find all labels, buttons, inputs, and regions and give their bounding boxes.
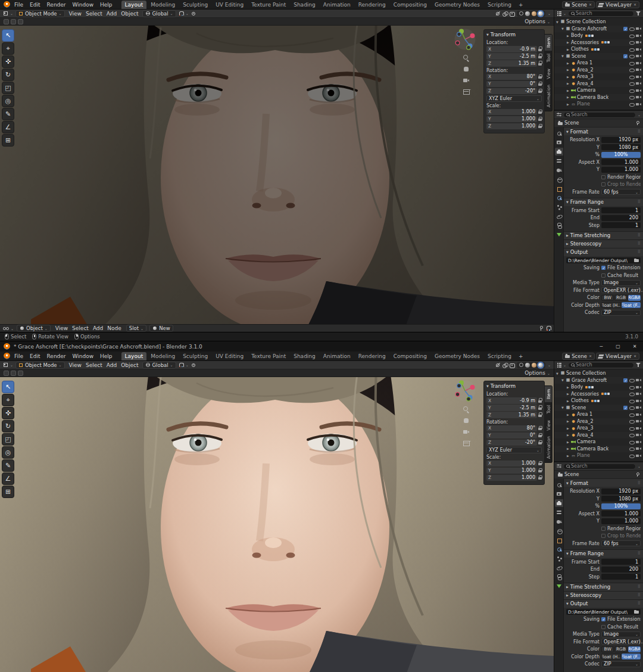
rotation-field[interactable]: Z -20° xyxy=(486,440,537,446)
lock-icon[interactable] xyxy=(538,82,542,86)
expand-icon[interactable]: ▶ xyxy=(566,41,570,44)
drag-grip-icon[interactable]: ⠿ xyxy=(638,593,641,598)
outliner-row[interactable]: ▶ Camera xyxy=(554,438,643,446)
snap-icon[interactable] xyxy=(179,11,183,16)
disable-render-icon[interactable] xyxy=(636,378,641,382)
lock-icon[interactable] xyxy=(538,440,542,445)
outliner-row[interactable]: ▼ Scene Collection xyxy=(554,370,643,377)
expand-icon[interactable]: ▶ xyxy=(566,95,570,99)
location-field[interactable]: X -0.9 m xyxy=(486,46,537,52)
outliner-row[interactable]: ▶ Camera Back xyxy=(554,446,643,453)
scale-field[interactable]: Z 1.000 xyxy=(486,123,537,130)
outliner-row[interactable]: ▶ Area_2 xyxy=(554,418,643,425)
properties-tab-physics[interactable] xyxy=(555,564,563,572)
tool-settings-icon[interactable] xyxy=(18,19,23,24)
workspace-tab[interactable]: Compositing xyxy=(390,1,430,9)
properties-tab-constraint[interactable] xyxy=(555,222,563,229)
workspace-tab[interactable]: Rendering xyxy=(355,1,389,9)
mode-dropdown[interactable]: Object Mode ⌄ xyxy=(15,362,65,369)
disable-render-icon[interactable] xyxy=(636,433,641,437)
expand-icon[interactable]: ▼ xyxy=(555,20,559,24)
viewport-menu[interactable]: View xyxy=(67,11,83,17)
frame-end-field[interactable]: 200 xyxy=(601,567,641,573)
expand-icon[interactable]: ▶ xyxy=(566,385,570,389)
properties-options-icon[interactable]: ⌄ xyxy=(638,464,641,468)
tweak-select-tool[interactable]: ↖ xyxy=(2,29,14,42)
lock-icon[interactable] xyxy=(538,54,542,58)
frame-step-field[interactable]: 1 xyxy=(601,574,641,580)
outliner-row[interactable]: ▶ Area_3 xyxy=(554,425,643,432)
menubar-menu[interactable]: File xyxy=(11,353,26,359)
drag-grip-icon[interactable]: ⠿ xyxy=(638,601,641,606)
viewport-menu[interactable]: Object xyxy=(119,11,140,17)
workspace-tab[interactable]: Geometry Nodes xyxy=(431,352,483,360)
drag-grip-icon[interactable]: ⠿ xyxy=(638,481,641,486)
outliner-row[interactable]: ▶ Area_2 xyxy=(554,67,643,74)
blender-menu-icon[interactable] xyxy=(4,353,10,359)
aspect-y-field[interactable]: 1.000 xyxy=(601,518,641,524)
aspect-x-field[interactable]: 1.000 xyxy=(601,511,641,517)
lock-icon[interactable] xyxy=(538,89,542,94)
tweak-select-tool[interactable]: ↖ xyxy=(2,381,14,393)
aspect-y-field[interactable]: 1.000 xyxy=(601,167,641,173)
exclude-checkbox[interactable] xyxy=(623,406,628,410)
navigation-gizmo[interactable] xyxy=(454,28,476,51)
shading-solid-icon[interactable] xyxy=(525,363,530,368)
output-path-field[interactable]: D:\Render\Blender Output\ xyxy=(566,609,641,615)
outliner-row[interactable]: ▶ Accessories xyxy=(554,391,643,398)
scale-tool[interactable]: ◰ xyxy=(2,82,14,94)
shading-solid-icon[interactable] xyxy=(525,11,530,16)
properties-tab-scene[interactable] xyxy=(555,518,563,525)
window-titlebar[interactable]: * Grace Ashcroft [E:\checkpoints\Grace A… xyxy=(0,341,643,351)
scale-tool[interactable]: ◰ xyxy=(2,433,14,446)
expand-icon[interactable]: ▶ xyxy=(566,75,570,79)
3d-viewport[interactable]: ↖⌖✜↻◰◎✎∠⊞ xyxy=(0,26,554,324)
disable-render-icon[interactable] xyxy=(636,48,641,51)
color-mode-button[interactable]: RGBA xyxy=(628,295,641,301)
lock-icon[interactable] xyxy=(538,475,542,480)
hide-viewport-icon[interactable] xyxy=(629,405,634,410)
file-format-dropdown[interactable]: OpenEXR (.exr)⌄ xyxy=(601,639,641,645)
hide-viewport-icon[interactable] xyxy=(629,440,634,444)
transform-tool[interactable]: ◎ xyxy=(2,446,14,459)
xray-toggle-icon[interactable] xyxy=(510,363,514,368)
disable-render-icon[interactable] xyxy=(636,41,641,44)
hide-viewport-icon[interactable] xyxy=(629,61,634,66)
workspace-tab[interactable]: Modeling xyxy=(147,352,179,360)
expand-icon[interactable]: ▶ xyxy=(566,413,570,416)
codec-dropdown[interactable]: ZIP⌄ xyxy=(601,661,641,667)
sidebar-tab[interactable]: View xyxy=(545,417,552,434)
properties-tab-viewlayer[interactable] xyxy=(555,509,563,517)
snap-icon[interactable] xyxy=(179,363,183,368)
menubar-menu[interactable]: Edit xyxy=(27,353,43,359)
workspace-tab[interactable]: Texture Paint xyxy=(248,352,289,360)
rotation-field[interactable]: Y 0° xyxy=(486,81,537,88)
disable-render-icon[interactable] xyxy=(636,82,641,85)
properties-tab-render[interactable] xyxy=(555,139,563,147)
options-dropdown[interactable]: Options ⌄ xyxy=(525,18,550,24)
outliner-row[interactable]: ▶ Plane xyxy=(554,101,643,108)
measure-tool[interactable]: ∠ xyxy=(2,121,14,133)
unlink-scene-icon[interactable]: ✕ xyxy=(589,2,592,7)
perspective-toggle-icon[interactable] xyxy=(463,88,470,95)
tool-settings-icon[interactable] xyxy=(4,371,9,376)
tool-settings-icon[interactable] xyxy=(11,19,16,24)
workspace-tab[interactable]: Scripting xyxy=(484,1,515,9)
perspective-toggle-icon[interactable] xyxy=(463,440,470,447)
expand-icon[interactable]: ▶ xyxy=(566,447,570,450)
properties-tab-particle[interactable] xyxy=(555,203,563,211)
hide-viewport-icon[interactable] xyxy=(629,47,634,52)
hide-viewport-icon[interactable] xyxy=(629,81,634,86)
cache-result-checkbox[interactable] xyxy=(601,625,605,629)
outliner-search[interactable] xyxy=(568,11,634,17)
rotation-field[interactable]: X 80° xyxy=(486,74,537,80)
folder-icon[interactable] xyxy=(634,610,639,614)
3d-viewport[interactable]: ↖⌖✜↻◰◎✎∠⊞ xyxy=(0,377,554,672)
shading-rendered-icon[interactable] xyxy=(538,363,543,368)
outliner-search[interactable] xyxy=(568,362,634,368)
annotate-tool[interactable]: ✎ xyxy=(2,459,14,472)
exclude-checkbox[interactable] xyxy=(623,378,628,382)
workspace-tab[interactable]: UV Editing xyxy=(212,1,247,9)
disable-render-icon[interactable] xyxy=(636,419,641,423)
menubar-menu[interactable]: Window xyxy=(70,2,97,8)
